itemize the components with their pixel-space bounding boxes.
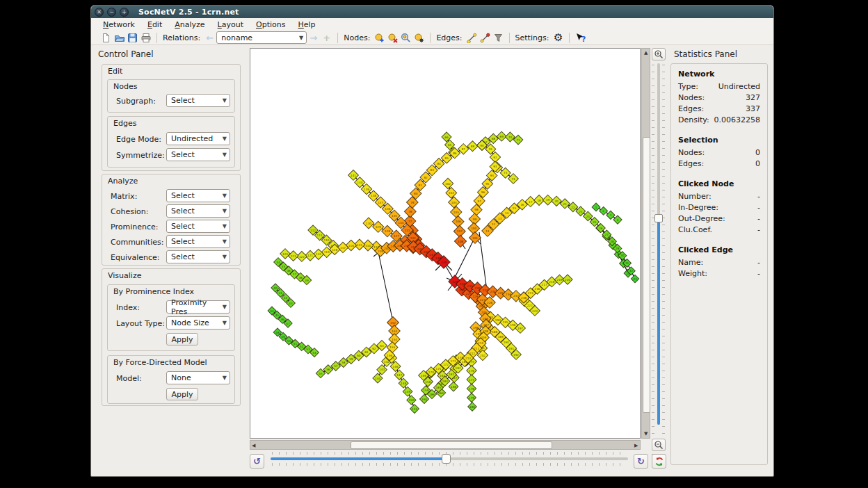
whats-this-icon[interactable]: ? xyxy=(574,32,586,44)
svg-text:86: 86 xyxy=(453,152,457,155)
svg-text:100: 100 xyxy=(471,227,476,230)
model-combobox[interactable]: None▼ xyxy=(166,371,230,384)
menu-network[interactable]: Network xyxy=(97,19,141,30)
add-node-icon[interactable] xyxy=(373,32,385,44)
force-apply-button[interactable]: Apply xyxy=(166,388,198,400)
next-relation-icon[interactable]: → xyxy=(307,32,319,44)
layout-type-combobox[interactable]: Node Size▼ xyxy=(166,316,230,330)
print-icon[interactable] xyxy=(140,32,152,44)
svg-text:184: 184 xyxy=(442,380,448,383)
zoom-slider-handle[interactable] xyxy=(654,214,663,222)
svg-text:68: 68 xyxy=(492,137,496,140)
svg-text:24: 24 xyxy=(586,215,590,218)
network-canvas[interactable]: 1234567891011121314151617181920212223242… xyxy=(250,48,641,439)
edge-mode-combobox[interactable]: Undirected▼ xyxy=(166,132,230,145)
svg-text:111: 111 xyxy=(317,234,323,237)
add-edge-icon[interactable] xyxy=(466,32,478,44)
svg-text:44: 44 xyxy=(270,309,274,313)
node-properties-icon[interactable] xyxy=(413,32,425,44)
menu-analyze[interactable]: Analyze xyxy=(168,19,211,30)
chevron-down-icon: ▼ xyxy=(223,152,227,158)
menu-help[interactable]: Help xyxy=(291,19,321,30)
rotation-slider-handle[interactable] xyxy=(442,454,451,464)
chevron-down-icon: ▼ xyxy=(223,97,227,104)
edit-groupbox: Edit Nodes Subgraph: Select▼ Edges Edge … xyxy=(102,64,241,171)
svg-text:31: 31 xyxy=(625,261,629,265)
settings-gear-icon[interactable]: ⚙ xyxy=(552,32,564,44)
svg-text:128: 128 xyxy=(385,229,390,233)
rotate-left-button[interactable]: ↺ xyxy=(250,454,264,469)
svg-text:218: 218 xyxy=(549,280,554,284)
svg-text:123: 123 xyxy=(291,254,296,258)
save-icon[interactable] xyxy=(127,32,138,44)
new-file-icon[interactable] xyxy=(100,32,112,44)
analyze-groupbox: Analyze Matrix: Select▼ Cohesion: Select… xyxy=(102,174,241,266)
svg-text:94: 94 xyxy=(490,174,495,177)
svg-text:81: 81 xyxy=(419,184,423,187)
minimize-icon[interactable]: − xyxy=(107,8,116,17)
svg-text:188: 188 xyxy=(492,330,497,334)
remove-edge-icon[interactable] xyxy=(479,32,491,44)
open-file-icon[interactable] xyxy=(113,32,125,44)
svg-text:119: 119 xyxy=(324,250,330,254)
scroll-left-icon[interactable]: ◀ xyxy=(252,442,255,449)
scroll-down-icon[interactable]: ▼ xyxy=(644,430,648,437)
matrix-combobox[interactable]: Select▼ xyxy=(166,189,230,202)
find-node-icon[interactable] xyxy=(400,32,412,44)
relations-combobox[interactable]: noname ▼ xyxy=(216,31,307,44)
clicked-edge-section-header: Clicked Edge xyxy=(678,245,760,254)
network-graph[interactable]: 1234567891011121314151617181920212223242… xyxy=(250,49,640,438)
title-bar[interactable]: ✕ − + SocNetV 2.5 - 1crn.net xyxy=(91,6,773,19)
menu-options[interactable]: Options xyxy=(250,19,291,30)
equivalence-combobox[interactable]: Select▼ xyxy=(166,250,230,263)
scroll-up-icon[interactable]: ▲ xyxy=(644,49,648,56)
horizontal-scrollbar[interactable]: ◀ ▶ xyxy=(250,440,641,450)
prominence-combobox[interactable]: Select▼ xyxy=(166,220,230,233)
index-combobox[interactable]: Proximity Pres▼ xyxy=(166,300,230,314)
svg-text:190: 190 xyxy=(504,341,509,344)
visualize-header: Visualize xyxy=(108,271,141,280)
vertical-scrollbar[interactable]: ▲ ▼ xyxy=(641,48,650,439)
filter-edges-icon[interactable] xyxy=(492,32,504,44)
rotate-right-button[interactable]: ↻ xyxy=(634,454,648,469)
equivalence-label: Equivalence: xyxy=(111,253,160,262)
relayout-button[interactable] xyxy=(652,454,666,469)
zoom-slider[interactable] xyxy=(652,48,666,451)
communities-combobox[interactable]: Select▼ xyxy=(166,235,230,248)
svg-text:101: 101 xyxy=(472,236,478,240)
menu-layout[interactable]: Layout xyxy=(211,19,250,30)
remove-node-icon[interactable] xyxy=(387,32,399,44)
svg-text:14: 14 xyxy=(505,211,509,215)
svg-text:36: 36 xyxy=(287,269,291,273)
menu-edit[interactable]: Edit xyxy=(141,19,168,30)
svg-text:196: 196 xyxy=(510,323,515,327)
svg-text:20: 20 xyxy=(554,200,558,203)
prominence-apply-button[interactable]: Apply xyxy=(166,333,198,345)
svg-text:102: 102 xyxy=(445,182,451,186)
svg-text:48: 48 xyxy=(275,331,280,334)
svg-text:99: 99 xyxy=(473,218,477,221)
svg-text:135: 135 xyxy=(392,214,397,218)
horizontal-scrollbar-thumb[interactable] xyxy=(351,441,552,449)
zoom-out-button[interactable] xyxy=(652,439,666,451)
maximize-icon[interactable]: + xyxy=(120,8,129,17)
previous-relation-icon[interactable]: ← xyxy=(204,32,216,44)
svg-text:23: 23 xyxy=(579,210,583,213)
close-icon[interactable]: ✕ xyxy=(95,8,104,17)
symmetrize-combobox[interactable]: Select▼ xyxy=(166,148,230,161)
nodes-groupbox: Nodes Subgraph: Select▼ xyxy=(107,79,235,113)
svg-text:19: 19 xyxy=(546,198,550,202)
scroll-right-icon[interactable]: ▶ xyxy=(634,442,638,449)
svg-text:150: 150 xyxy=(408,398,414,402)
control-panel-title: Control Panel xyxy=(98,49,154,59)
svg-text:43: 43 xyxy=(289,302,293,305)
cohesion-combobox[interactable]: Select▼ xyxy=(166,204,230,218)
svg-text:155: 155 xyxy=(389,345,395,349)
subgraph-combobox[interactable]: Select▼ xyxy=(166,94,230,107)
svg-text:82: 82 xyxy=(424,176,428,179)
svg-text:143: 143 xyxy=(379,368,385,371)
vertical-scrollbar-thumb[interactable] xyxy=(643,137,650,413)
toolbar-separator xyxy=(337,33,338,43)
add-relation-icon[interactable]: + xyxy=(321,32,332,44)
svg-text:66: 66 xyxy=(444,136,449,139)
